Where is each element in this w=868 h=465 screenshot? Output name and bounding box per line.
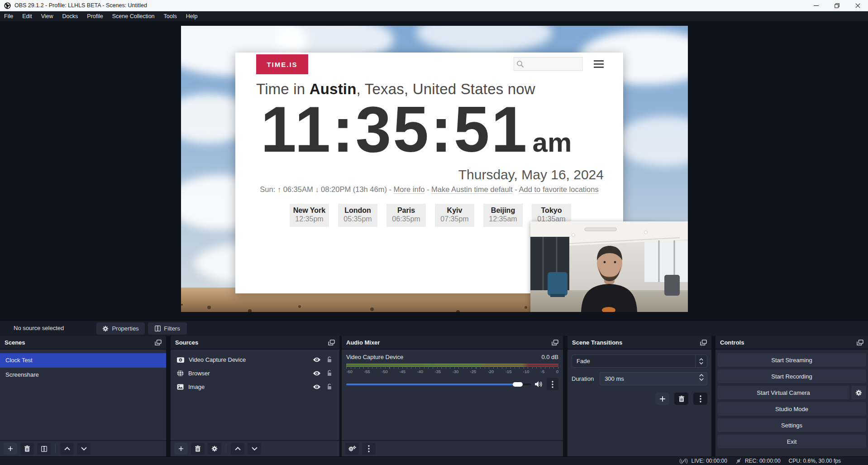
add-favorite-link[interactable]: Add to favorite locations: [519, 185, 599, 194]
remove-scene-button[interactable]: [20, 443, 34, 455]
audio-mixer-toolbar: [342, 440, 563, 456]
city-kyiv[interactable]: Kyiv07:35pm: [435, 204, 474, 227]
popout-icon[interactable]: [857, 340, 863, 345]
audio-mixer-dock-header[interactable]: Audio Mixer: [342, 336, 563, 350]
dots-icon: [552, 381, 553, 388]
volume-slider-handle[interactable]: [513, 382, 523, 387]
rec-timer: REC: 00:00:00: [745, 458, 781, 464]
minimize-button[interactable]: [806, 0, 826, 11]
more-info-link[interactable]: More info: [394, 185, 425, 194]
image-icon: [177, 384, 184, 390]
mixer-menu-button[interactable]: [362, 443, 376, 455]
volume-slider[interactable]: [346, 384, 531, 385]
menu-help[interactable]: Help: [181, 11, 202, 21]
menu-file[interactable]: File: [0, 11, 18, 21]
duration-input[interactable]: 300 ms: [600, 372, 707, 385]
city-paris[interactable]: Paris06:35pm: [386, 204, 426, 227]
source-properties-button[interactable]: [208, 443, 221, 455]
city-newyork[interactable]: New York12:35pm: [290, 204, 329, 227]
menu-scene-collection[interactable]: Scene Collection: [108, 11, 159, 21]
mixer-options-button[interactable]: [547, 378, 558, 390]
add-source-button[interactable]: [174, 443, 188, 455]
scene-canvas[interactable]: TIME.IS Time in Austin, Texas, United St…: [181, 26, 688, 312]
menu-edit[interactable]: Edit: [18, 11, 37, 21]
timeis-sun-info: Sun: ↑ 06:35AM ↓ 08:20PM (13h 46m) - Mor…: [235, 185, 623, 194]
unlock-icon[interactable]: [327, 356, 332, 363]
dock-area: Scenes Clock Test Screenshare Sources: [0, 336, 868, 456]
source-move-down-button[interactable]: [248, 443, 261, 455]
source-context-bar: No source selected Properties Filters: [0, 320, 868, 336]
add-transition-button[interactable]: [655, 393, 669, 405]
trash-icon: [24, 446, 30, 452]
exit-button[interactable]: Exit: [717, 435, 866, 448]
properties-button[interactable]: Properties: [96, 322, 145, 335]
gear-icon: [855, 389, 862, 396]
settings-button[interactable]: Settings: [717, 418, 866, 432]
transition-select-arrows[interactable]: [695, 355, 707, 367]
source-item-video-capture[interactable]: Video Capture Device: [171, 353, 339, 366]
chevron-up-icon: [699, 358, 703, 361]
mixer-volume-db: 0.0 dB: [541, 354, 558, 360]
start-recording-button[interactable]: Start Recording: [717, 369, 866, 383]
popout-icon[interactable]: [328, 340, 335, 345]
city-london[interactable]: London05:35pm: [338, 204, 377, 227]
chevron-down-icon: [699, 362, 703, 364]
eye-icon[interactable]: [313, 384, 321, 389]
menu-bar: File Edit View Docks Profile Scene Colle…: [0, 11, 868, 21]
source-item-browser[interactable]: Browser: [171, 366, 339, 380]
duration-spinner-arrows[interactable]: [699, 374, 704, 381]
transition-properties-button[interactable]: [693, 393, 707, 405]
transitions-dock-header[interactable]: Scene Transitions: [568, 336, 711, 350]
studio-mode-button[interactable]: Studio Mode: [717, 402, 866, 416]
menu-profile[interactable]: Profile: [82, 11, 107, 21]
popout-icon[interactable]: [700, 340, 707, 345]
close-button[interactable]: [847, 0, 868, 11]
speaker-icon[interactable]: [535, 381, 543, 388]
filters-button[interactable]: Filters: [148, 322, 187, 335]
cloud: [416, 26, 552, 53]
scene-item-screenshare[interactable]: Screenshare: [0, 368, 166, 382]
unlock-icon[interactable]: [327, 370, 332, 376]
remove-source-button[interactable]: [191, 443, 205, 455]
make-default-link[interactable]: Make Austin time default: [431, 185, 513, 194]
source-move-up-button[interactable]: [231, 443, 244, 455]
scenes-dock-header[interactable]: Scenes: [0, 336, 166, 350]
source-item-image[interactable]: Image: [171, 380, 339, 393]
record-inactive-icon: [735, 458, 742, 464]
menu-tools[interactable]: Tools: [159, 11, 181, 21]
duration-label: Duration: [572, 375, 594, 382]
window-title: OBS 29.1.2 - Profile: LLHLS BETA - Scene…: [14, 2, 147, 9]
popout-icon[interactable]: [552, 340, 558, 345]
eye-icon[interactable]: [313, 371, 321, 376]
unlock-icon[interactable]: [327, 384, 332, 390]
gear-icon: [211, 446, 218, 452]
scene-item-clock-test[interactable]: Clock Test: [0, 353, 166, 368]
add-scene-button[interactable]: [4, 443, 17, 455]
scene-move-up-button[interactable]: [60, 443, 74, 455]
menu-docks[interactable]: Docks: [58, 11, 83, 21]
restore-button[interactable]: [826, 0, 847, 11]
hamburger-menu-icon[interactable]: [594, 60, 604, 70]
start-virtual-camera-button[interactable]: Start Virtual Camera: [717, 386, 849, 399]
city-beijing[interactable]: Beijing12:35am: [483, 204, 523, 227]
scene-move-down-button[interactable]: [77, 443, 91, 455]
remove-transition-button[interactable]: [674, 393, 688, 405]
scene-filters-button[interactable]: [37, 443, 51, 455]
advanced-audio-button[interactable]: [345, 443, 359, 455]
sources-toolbar: [171, 440, 339, 456]
webcam-source[interactable]: [530, 221, 688, 312]
stream-inactive-icon: [679, 458, 688, 464]
camera-icon: [177, 357, 184, 363]
timeis-logo[interactable]: TIME.IS: [256, 54, 308, 74]
virtual-camera-config-button[interactable]: [851, 386, 866, 399]
popout-icon[interactable]: [155, 340, 162, 345]
menu-view[interactable]: View: [37, 11, 58, 21]
start-streaming-button[interactable]: Start Streaming: [717, 353, 866, 367]
controls-dock-header[interactable]: Controls: [715, 336, 868, 350]
plus-icon: [8, 446, 13, 451]
eye-icon[interactable]: [313, 357, 321, 362]
search-input[interactable]: [514, 57, 583, 71]
search-icon: [516, 60, 524, 68]
sources-dock-header[interactable]: Sources: [171, 336, 339, 350]
transition-select[interactable]: Fade: [572, 355, 707, 368]
